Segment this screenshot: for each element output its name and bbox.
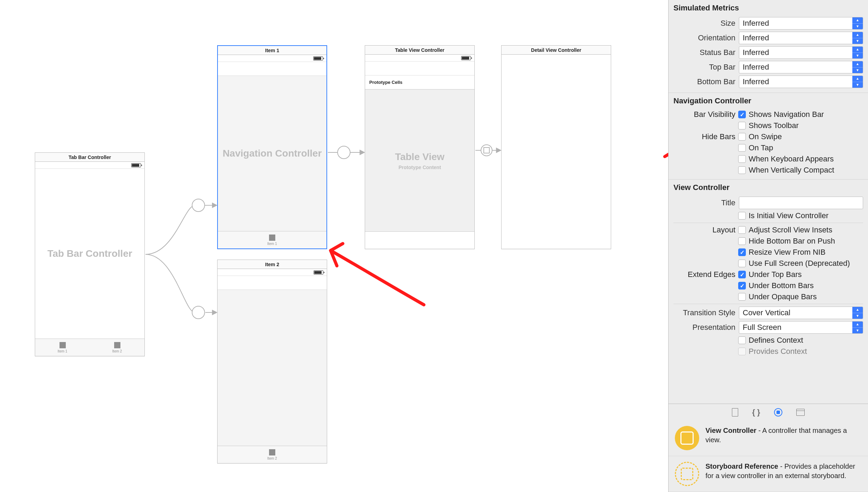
- checkbox-label: Defines Context: [749, 336, 803, 345]
- scene-body: [218, 290, 327, 446]
- code-snippet-icon[interactable]: { }: [752, 408, 760, 417]
- checkbox-label: Adjust Scroll View Insets: [749, 225, 832, 235]
- stepper-icon[interactable]: ▲▼: [852, 47, 863, 58]
- inspector-panel: Simulated Metrics Size Inferred▲▼ Orient…: [668, 0, 868, 492]
- row-size: Size Inferred▲▼: [669, 16, 868, 31]
- checkbox-label: Under Bottom Bars: [749, 281, 814, 290]
- scene-ghost-label: Table View Prototype Content: [365, 90, 474, 231]
- scene-detail-view-controller[interactable]: Detail View Controller: [501, 45, 611, 249]
- checkbox-on-swipe[interactable]: [738, 133, 746, 141]
- scene-ghost-label: Tab Bar Controller: [35, 169, 144, 339]
- media-library-icon[interactable]: [796, 409, 805, 416]
- tab-bar[interactable]: Item 1 Item 2: [35, 339, 144, 356]
- select-top-bar[interactable]: Inferred▲▼: [739, 61, 863, 73]
- stepper-icon[interactable]: ▲▼: [852, 76, 863, 88]
- storyboard-canvas[interactable]: Tab Bar Controller Tab Bar Controller It…: [0, 0, 668, 492]
- row-bottom-bar: Bottom Bar Inferred▲▼: [669, 74, 868, 89]
- checkbox-label: When Keyboard Appears: [749, 154, 834, 164]
- tab-bar: [365, 231, 474, 249]
- checkbox-label: Resize View From NIB: [749, 248, 826, 257]
- checkbox-when-keyboard-appears[interactable]: [738, 155, 746, 163]
- section-title: Navigation Controller: [669, 95, 868, 109]
- checkbox-when-vertically-compact[interactable]: [738, 166, 746, 174]
- row-presentation: Presentation Full Screen▲▼: [669, 320, 868, 335]
- battery-icon: [314, 270, 323, 275]
- object-library-list: View Controller - A controller that mana…: [669, 420, 868, 492]
- navigation-bar: [218, 62, 326, 76]
- object-library-icon[interactable]: [774, 408, 782, 416]
- checkbox-label: Provides Context: [749, 347, 807, 356]
- svg-rect-4: [484, 148, 489, 153]
- tab-item-1[interactable]: Item 1: [35, 339, 90, 356]
- checkbox-label: Is Initial View Controller: [749, 211, 828, 220]
- section-title: View Controller: [669, 182, 868, 196]
- checkbox-resize-view-from-nib[interactable]: [738, 248, 746, 256]
- scene-table-view-controller[interactable]: Table View Controller Prototype Cells Ta…: [365, 45, 475, 249]
- tab-bar: Item 2: [218, 446, 327, 463]
- scene-title: Item 2: [218, 260, 327, 269]
- section-view-controller: View Controller Title Is Initial View Co…: [669, 180, 868, 360]
- row-top-bar: Top Bar Inferred▲▼: [669, 60, 868, 74]
- checkbox-label: Under Opaque Bars: [749, 292, 817, 301]
- battery-icon: [461, 56, 471, 60]
- checkbox-hide-bottom-bar-on-push[interactable]: [738, 237, 746, 245]
- library-item-view-controller[interactable]: View Controller - A controller that mana…: [669, 420, 868, 456]
- checkbox-under-opaque-bars[interactable]: [738, 293, 746, 301]
- row-orientation: Orientation Inferred▲▼: [669, 31, 868, 45]
- select-size[interactable]: Inferred▲▼: [739, 17, 863, 30]
- select-status-bar[interactable]: Inferred▲▼: [739, 46, 863, 59]
- navigation-bar: [218, 276, 327, 290]
- checkbox-label: When Vertically Compact: [749, 166, 834, 175]
- checkbox-under-bottom-bars[interactable]: [738, 282, 746, 289]
- status-bar: [218, 55, 326, 62]
- checkbox-provides-context[interactable]: [738, 348, 746, 355]
- checkbox-shows-toolbar[interactable]: [738, 122, 746, 129]
- square-icon: [60, 342, 66, 348]
- checkbox-is-initial-view-controller[interactable]: [738, 212, 746, 220]
- status-bar: [365, 55, 474, 62]
- scene-navigation-controller-2[interactable]: Item 2 Item 2: [217, 260, 327, 463]
- checkbox-label: Shows Navigation Bar: [749, 110, 824, 119]
- svg-point-1: [192, 306, 205, 319]
- title-input[interactable]: [739, 197, 863, 209]
- svg-point-0: [192, 199, 205, 212]
- checkbox-shows-navigation-bar[interactable]: [738, 111, 746, 118]
- file-template-icon[interactable]: [732, 408, 738, 416]
- select-bottom-bar[interactable]: Inferred▲▼: [739, 76, 863, 88]
- scene-ghost-label: Navigation Controller: [218, 76, 326, 231]
- stepper-icon[interactable]: ▲▼: [852, 61, 863, 73]
- scene-title: Tab Bar Controller: [35, 153, 144, 162]
- stepper-icon[interactable]: ▲▼: [852, 32, 863, 44]
- tab-item-2[interactable]: Item 2: [90, 339, 144, 356]
- battery-icon: [131, 163, 141, 167]
- square-icon: [269, 235, 275, 241]
- library-item-storyboard-reference[interactable]: Storyboard Reference - Provides a placeh…: [669, 456, 868, 492]
- checkbox-use-full-screen-deprecated[interactable]: [738, 260, 746, 267]
- select-transition-style[interactable]: Cover Vertical▲▼: [739, 307, 863, 319]
- section-simulated-metrics: Simulated Metrics Size Inferred▲▼ Orient…: [669, 0, 868, 93]
- select-orientation[interactable]: Inferred▲▼: [739, 32, 863, 44]
- stepper-icon[interactable]: ▲▼: [852, 322, 863, 333]
- status-bar: [35, 162, 144, 169]
- checkbox-label: Use Full Screen (Deprecated): [749, 259, 850, 268]
- library-tab-bar: { }: [669, 404, 868, 420]
- scene-navigation-controller[interactable]: Item 1 Navigation Controller Item 1: [217, 45, 327, 249]
- scene-title: Item 1: [218, 46, 326, 55]
- checkbox-on-tap[interactable]: [738, 144, 746, 152]
- tab-bar: Item 1: [218, 231, 326, 248]
- status-bar: [218, 269, 327, 276]
- stepper-icon[interactable]: ▲▼: [852, 307, 863, 319]
- checkbox-label: Hide Bottom Bar on Push: [749, 237, 835, 246]
- section-navigation-controller: Navigation Controller Bar Visibility Sho…: [669, 93, 868, 180]
- checkbox-defines-context[interactable]: [738, 336, 746, 344]
- row-status-bar: Status Bar Inferred▲▼: [669, 45, 868, 60]
- stepper-icon[interactable]: ▲▼: [852, 17, 863, 29]
- svg-point-2: [338, 146, 350, 159]
- row-title: Title: [669, 196, 868, 210]
- svg-point-3: [481, 145, 492, 156]
- row-transition-style: Transition Style Cover Vertical▲▼: [669, 305, 868, 320]
- checkbox-under-top-bars[interactable]: [738, 271, 746, 278]
- checkbox-adjust-scroll-view-insets[interactable]: [738, 226, 746, 234]
- scene-tab-bar-controller[interactable]: Tab Bar Controller Tab Bar Controller It…: [35, 152, 145, 356]
- select-presentation[interactable]: Full Screen▲▼: [739, 321, 863, 334]
